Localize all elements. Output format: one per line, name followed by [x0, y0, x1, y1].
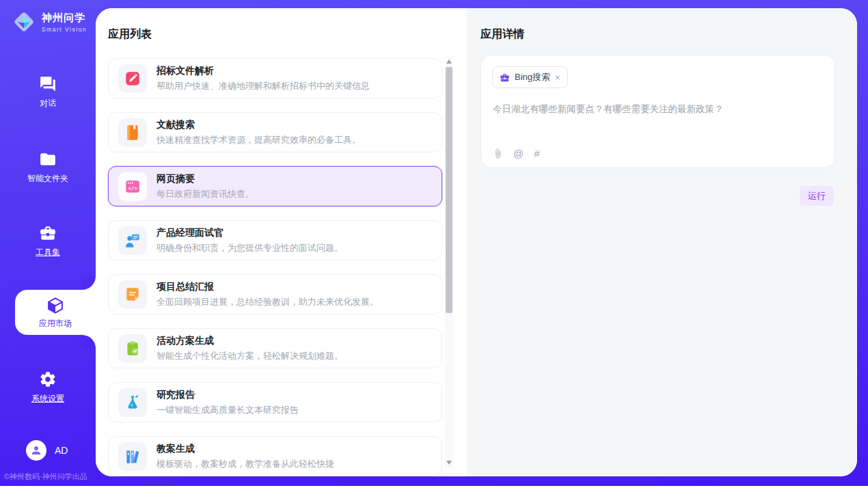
cube-icon	[46, 296, 65, 315]
paperclip-icon[interactable]	[493, 148, 503, 159]
notch-curve-bottom	[82, 335, 96, 349]
app-desc: 模板驱动，教案秒成，教学准备从此轻松快捷	[157, 458, 334, 470]
close-icon[interactable]: ×	[555, 73, 560, 82]
user-name: AD	[55, 445, 68, 456]
brand-name: 神州问学	[42, 12, 87, 25]
app-detail-pane: 应用详情 Bing搜索 × 今日湖北有哪些新闻要点？有哪些需要关注的最新政策？ …	[467, 8, 857, 476]
app-desc: 一键智能生成高质量长文本研究报告	[157, 404, 299, 416]
app-detail-title: 应用详情	[480, 27, 524, 42]
edit-square-icon	[118, 64, 147, 93]
books-icon	[118, 442, 147, 471]
at-mention-icon[interactable]: @	[513, 148, 524, 159]
app-name: 招标文件解析	[157, 65, 370, 77]
memo-icon	[118, 280, 147, 309]
svg-text:</>: </>	[128, 185, 137, 191]
scroll-up-arrow-icon[interactable]	[446, 59, 452, 64]
avatar	[26, 440, 46, 461]
copyright-text: ©神州数码·神州问学出品	[4, 472, 96, 482]
prompt-input[interactable]: 今日湖北有哪些新闻要点？有哪些需要关注的最新政策？	[493, 103, 824, 116]
app-card-event-plan[interactable]: 活动方案生成 智能生成个性化活动方案，轻松解决规划难题。	[108, 328, 442, 368]
notch-curve-top	[82, 276, 96, 290]
brand-logo: 神州问学 Smart Vision	[11, 9, 87, 35]
app-card-literature-search[interactable]: 文献搜索 快速精准查找学术资源，提高研究效率的必备工具。	[108, 112, 442, 152]
app-desc: 全面回顾项目进展，总结经验教训，助力未来优化发展。	[157, 296, 379, 308]
sidebar-item-label: 系统设置	[31, 393, 64, 405]
app-desc: 帮助用户快速、准确地理解和解析招标书中的关键信息	[157, 80, 370, 92]
sidebar-item-label: 智能文件夹	[27, 173, 68, 185]
app-card-web-summary[interactable]: </> 网页摘要 每日政府新闻资讯快查。	[108, 166, 442, 206]
sidebar-item-settings[interactable]: 系统设置	[0, 370, 96, 405]
sidebar: 神州问学 Smart Vision 对话 智能文件夹 工具集 应用	[0, 0, 96, 488]
app-name: 文献搜索	[157, 119, 361, 131]
app-list-pane: 应用列表 招标文件解析 帮助用户快速、准确地理解和解析招标书中的关键信息 文献搜…	[96, 8, 467, 476]
sidebar-item-label: 对话	[40, 98, 56, 109]
app-card-research-report[interactable]: 研究报告 一键智能生成高质量长文本研究报告	[108, 382, 442, 422]
tool-tag-bing-search[interactable]: Bing搜索 ×	[492, 66, 568, 88]
app-card-lesson-plan[interactable]: 教案生成 模板驱动，教案秒成，教学准备从此轻松快捷	[108, 436, 442, 476]
prompt-card: Bing搜索 × 今日湖北有哪些新闻要点？有哪些需要关注的最新政策？ @ #	[480, 55, 835, 168]
sidebar-item-smart-folder[interactable]: 智能文件夹	[0, 150, 96, 185]
app-name: 研究报告	[157, 389, 299, 401]
browser-code-icon: </>	[118, 172, 147, 201]
app-name: 网页摘要	[157, 173, 254, 185]
gem-logo-icon	[11, 9, 37, 35]
folder-icon	[39, 150, 57, 168]
tool-tag-label: Bing搜索	[515, 71, 550, 83]
app-desc: 智能生成个性化活动方案，轻松解决规划难题。	[157, 350, 343, 362]
clipboard-check-icon	[118, 334, 147, 363]
app-desc: 明确身份和职责，为您提供专业性的面试问题。	[157, 242, 343, 254]
run-button[interactable]: 运行	[800, 186, 834, 206]
research-icon	[118, 388, 147, 417]
app-card-project-summary[interactable]: 项目总结汇报 全面回顾项目进展，总结经验教训，助力未来优化发展。	[108, 274, 442, 314]
briefcase-icon	[500, 72, 510, 83]
sidebar-item-label: 应用市场	[39, 318, 72, 329]
sidebar-item-chat[interactable]: 对话	[0, 75, 96, 109]
briefcase-icon	[39, 224, 57, 242]
user-account[interactable]: AD	[26, 440, 68, 461]
app-list-title: 应用列表	[108, 27, 152, 42]
app-name: 产品经理面试官	[157, 227, 343, 239]
app-list: 招标文件解析 帮助用户快速、准确地理解和解析招标书中的关键信息 文献搜索 快速精…	[108, 58, 442, 476]
book-icon	[118, 118, 147, 147]
app-card-bid-parse[interactable]: 招标文件解析 帮助用户快速、准确地理解和解析招标书中的关键信息	[108, 58, 442, 98]
scrollbar-thumb[interactable]	[446, 67, 452, 313]
brand-subtitle: Smart Vision	[42, 26, 87, 33]
interviewer-icon	[118, 226, 147, 255]
sidebar-item-app-market[interactable]: 应用市场	[15, 290, 96, 335]
app-name: 活动方案生成	[157, 335, 343, 347]
app-desc: 快速精准查找学术资源，提高研究效率的必备工具。	[157, 134, 361, 146]
sidebar-item-toolset[interactable]: 工具集	[0, 224, 96, 258]
gear-icon	[39, 370, 57, 388]
sidebar-item-label: 工具集	[36, 247, 60, 258]
app-card-pm-interviewer[interactable]: 产品经理面试官 明确身份和职责，为您提供专业性的面试问题。	[108, 220, 442, 260]
hash-icon[interactable]: #	[534, 148, 539, 159]
scroll-down-arrow-icon[interactable]	[446, 461, 452, 465]
chat-icon	[39, 75, 57, 93]
app-name: 项目总结汇报	[157, 281, 379, 293]
app-name: 教案生成	[157, 443, 334, 455]
app-desc: 每日政府新闻资讯快查。	[157, 188, 254, 200]
main-panel: 应用列表 招标文件解析 帮助用户快速、准确地理解和解析招标书中的关键信息 文献搜…	[96, 8, 857, 476]
prompt-toolbar: @ #	[493, 148, 540, 159]
scrollbar-track[interactable]	[445, 56, 453, 468]
